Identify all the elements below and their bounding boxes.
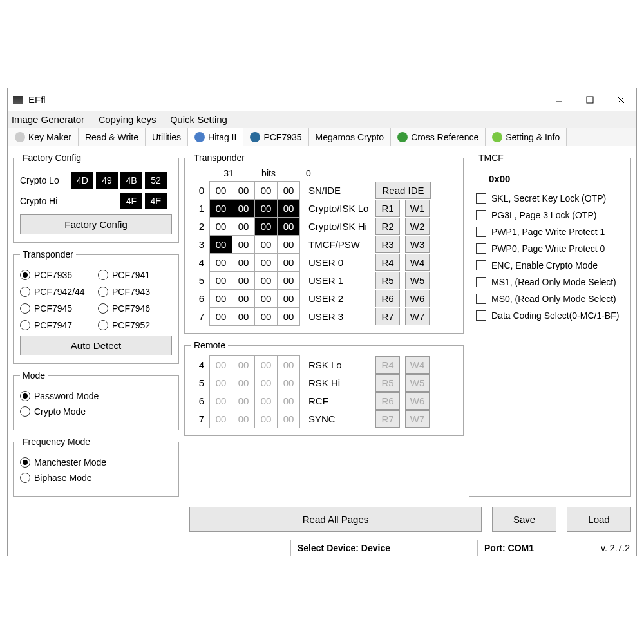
data-cell[interactable]: 00 [209, 217, 232, 236]
tab-megamos-crypto[interactable]: Megamos Crypto [308, 128, 392, 146]
data-cell[interactable]: 00 [254, 235, 278, 254]
data-cell[interactable]: 00 [209, 235, 232, 254]
radio-crypto-mode[interactable]: Crypto Mode [20, 406, 172, 417]
read-1-button[interactable]: R1 [375, 200, 400, 217]
radio-pcf7945[interactable]: PCF7945 [20, 303, 94, 314]
data-cell[interactable]: 00 [232, 181, 255, 200]
tab-key-maker[interactable]: Key Maker [8, 128, 79, 146]
data-cell[interactable]: 00 [209, 271, 232, 290]
crypto-hi-byte[interactable]: 4F [120, 193, 142, 209]
read-3-button[interactable]: R3 [375, 236, 400, 253]
checkbox-enc[interactable]: ENC, Enable Crypto Mode [476, 260, 624, 270]
data-cell[interactable]: 00 [209, 307, 232, 326]
write-3-button[interactable]: W3 [405, 236, 430, 253]
auto-detect-button[interactable]: Auto Detect [20, 336, 172, 355]
data-cell[interactable]: 00 [277, 307, 300, 326]
data-cell[interactable]: 00 [209, 199, 232, 218]
minimize-button[interactable] [544, 88, 574, 111]
data-cell[interactable]: 00 [232, 289, 255, 308]
tab-pcf7935[interactable]: PCF7935 [243, 128, 308, 146]
data-cell[interactable]: 00 [254, 181, 278, 200]
tab-hitag-ii[interactable]: Hitag II [187, 128, 243, 146]
data-cell[interactable]: 00 [232, 217, 255, 236]
data-cell[interactable]: 00 [209, 253, 232, 272]
checkbox-pwp1[interactable]: PWP1, Page Write Protect 1 [476, 227, 624, 237]
data-cell[interactable]: 00 [254, 289, 278, 308]
factory-config-button[interactable]: Factory Config [20, 214, 172, 234]
tab-read-write[interactable]: Read & Write [78, 128, 146, 146]
radio-pcf7952[interactable]: PCF7952 [98, 320, 172, 330]
data-cell[interactable]: 00 [254, 199, 278, 218]
menu-image-generator[interactable]: Image Generator [12, 114, 84, 125]
data-cell[interactable]: 00 [277, 253, 300, 272]
write-4-button[interactable]: W4 [405, 254, 430, 271]
tab-icon [492, 132, 502, 142]
data-cell[interactable]: 00 [277, 181, 300, 200]
write-2-button[interactable]: W2 [405, 218, 430, 235]
checkbox-ms1[interactable]: MS1, (Read Only Mode Select) [476, 277, 624, 287]
data-cell[interactable]: 00 [209, 181, 232, 200]
data-cell[interactable]: 00 [232, 253, 255, 272]
data-cell[interactable]: 00 [232, 235, 255, 254]
radio-password-mode[interactable]: Password Mode [20, 391, 172, 401]
write-7-button[interactable]: W7 [405, 308, 430, 325]
data-cell[interactable]: 00 [232, 199, 255, 218]
radio-pcf7946[interactable]: PCF7946 [98, 303, 172, 314]
load-button[interactable]: Load [567, 507, 631, 532]
radio-pcf7942-44[interactable]: PCF7942/44 [20, 287, 94, 297]
read-6-button[interactable]: R6 [375, 290, 400, 307]
crypto-lo-byte[interactable]: 4B [120, 172, 142, 189]
radio-pcf7943[interactable]: PCF7943 [98, 287, 172, 297]
checkbox-pwp0[interactable]: PWP0, Page Write Protect 0 [476, 243, 624, 254]
data-cell[interactable]: 00 [254, 307, 278, 326]
read-7-button[interactable]: R7 [375, 308, 400, 325]
save-button[interactable]: Save [492, 507, 556, 532]
data-cell[interactable]: 00 [277, 271, 300, 290]
tab-icon [194, 132, 205, 142]
crypto-lo-label: Crypto Lo [20, 175, 66, 185]
crypto-lo-byte[interactable]: 4D [71, 172, 93, 189]
read-ide-button[interactable]: Read IDE [375, 182, 431, 199]
read-4-button[interactable]: R4 [375, 254, 400, 271]
checkbox-skl[interactable]: SKL, Secret Key Lock (OTP) [476, 193, 624, 204]
close-button[interactable] [605, 88, 636, 111]
radio-pcf7941[interactable]: PCF7941 [98, 270, 172, 280]
data-cell[interactable]: 00 [277, 217, 300, 236]
crypto-lo-byte[interactable]: 49 [96, 172, 118, 189]
radio-pcf7947[interactable]: PCF7947 [20, 320, 94, 330]
menu-copying-keys[interactable]: Copying keys [99, 114, 156, 125]
remote-cell: 00 [209, 392, 232, 410]
tab-utilities[interactable]: Utilities [145, 128, 188, 146]
read-2-button[interactable]: R2 [375, 218, 400, 235]
svg-rect-1 [587, 97, 593, 103]
data-cell[interactable]: 00 [254, 271, 278, 290]
data-cell[interactable]: 00 [209, 289, 232, 308]
data-cell[interactable]: 00 [232, 271, 255, 290]
data-cell[interactable]: 00 [254, 217, 278, 236]
radio-biphase-mode[interactable]: Biphase Mode [20, 473, 172, 483]
crypto-hi-byte[interactable]: 4E [145, 193, 167, 209]
write-6-button[interactable]: W6 [405, 290, 430, 307]
maximize-button[interactable] [574, 88, 605, 111]
data-cell[interactable]: 00 [277, 289, 300, 308]
read-all-pages-button[interactable]: Read All Pages [189, 507, 482, 532]
app-icon [13, 96, 23, 104]
data-cell[interactable]: 00 [277, 199, 300, 218]
radio-manchester-mode[interactable]: Manchester Mode [20, 457, 172, 468]
tab-setting-info[interactable]: Setting & Info [485, 128, 567, 146]
crypto-lo-byte[interactable]: 52 [145, 172, 167, 189]
tab-cross-reference[interactable]: Cross Reference [390, 128, 486, 146]
checkbox-data coding select(0-mc/1-bf)[interactable]: Data Coding Select(0-MC/1-BF) [476, 310, 624, 321]
checkbox-pg3l[interactable]: PG3L, Page 3 Lock (OTP) [476, 210, 624, 220]
read-5-button[interactable]: R5 [375, 272, 400, 289]
radio-pcf7936[interactable]: PCF7936 [20, 270, 94, 280]
data-cell[interactable]: 00 [232, 307, 255, 326]
data-cell[interactable]: 00 [254, 253, 278, 272]
remote-cell: 00 [209, 374, 232, 392]
menu-quick-setting[interactable]: Quick Setting [170, 114, 227, 125]
write-1-button[interactable]: W1 [405, 200, 430, 217]
checkbox-ms0[interactable]: MS0, (Read Only Mode Select) [476, 294, 624, 304]
remote-cell: 00 [209, 355, 232, 374]
data-cell[interactable]: 00 [277, 235, 300, 254]
write-5-button[interactable]: W5 [405, 272, 430, 289]
